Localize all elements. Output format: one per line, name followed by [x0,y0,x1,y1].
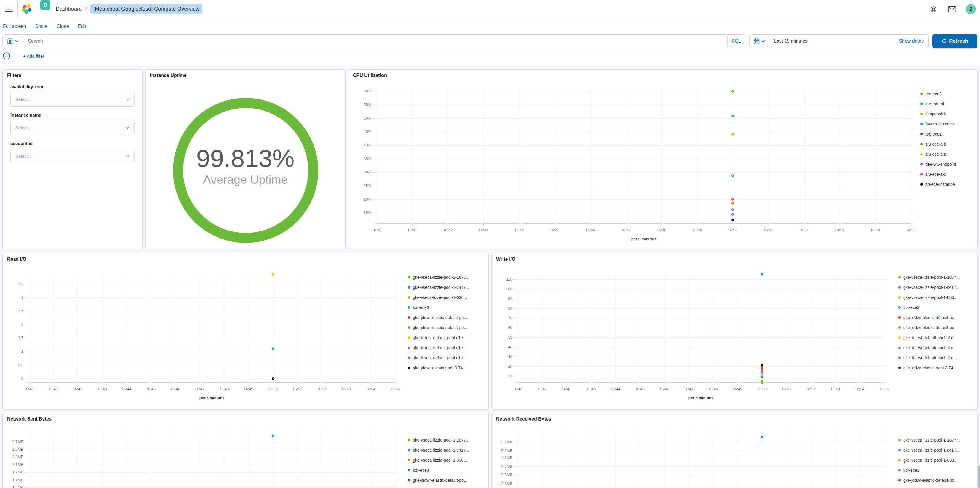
data-point[interactable] [761,380,764,382]
add-filter-button[interactable]: + Add filter [23,54,44,59]
instance-name-select[interactable]: Select... [10,120,135,135]
legend-item[interactable]: gke-jddwr-elastic-default-po... [408,485,469,488]
legend-item[interactable]: gke-jddwr-elastic-default-po... [898,485,960,488]
x-gridline [555,89,555,224]
legend-item[interactable]: joe-mb-ml [920,99,956,109]
data-point[interactable] [761,364,764,367]
legend-item[interactable]: kdr-ece3 [898,303,960,312]
legend-item[interactable]: gke-vseca-lizzie-pool-1-630... [408,455,469,465]
breadcrumb-dashboard-link[interactable]: Dashboard [56,6,82,12]
data-point[interactable] [761,436,764,438]
legend-item[interactable]: gke-vseca-lizzie-pool-1-630... [898,455,960,465]
legend-item[interactable]: tlee-w1-endpoint [920,159,956,169]
x-gridline [78,274,78,383]
data-point[interactable] [272,273,274,276]
legend-item[interactable]: kdr-ece3 [408,303,469,312]
legend-item[interactable]: kdr-ece3 [898,465,960,475]
availability-zone-select[interactable]: Select... [10,92,135,106]
legend-item[interactable]: gke-vseca-lizzie-pool-1-630... [408,292,469,303]
field-label: account id [10,141,135,146]
data-point[interactable] [761,374,764,376]
share-link[interactable]: Share [35,24,48,29]
legend-item[interactable]: favero-instance [920,119,956,129]
legend-item[interactable]: gke-lil-test-default-pool-c1e... [898,343,960,353]
data-point[interactable] [272,377,274,380]
y-axis-label: 2.5 [3,309,24,313]
legend-item[interactable]: gke-vseca-lizzie-pool-1-1877... [408,435,469,445]
legend-item[interactable]: gke-lil-test-default-pool-c1e... [898,353,960,363]
legend-item[interactable]: gke-jddwr-elastic-default-po... [408,475,469,485]
y-gridline [374,186,913,186]
data-point[interactable] [731,90,734,93]
legend-item[interactable]: gke-vseca-lizzie-pool-1-1877... [408,272,469,282]
legend-item[interactable]: gke-jddwr-elastic-pool-3-74... [898,363,960,373]
show-dates-button[interactable]: Show dates [899,35,928,48]
legend-item[interactable]: kdr-ece3 [408,465,469,475]
legend-item[interactable]: gke-vseca-lizzie-pool-1-c417... [408,282,469,292]
account-id-select[interactable]: Select... [10,149,135,163]
x-gridline [322,433,322,488]
data-point[interactable] [761,273,764,276]
legend-item[interactable]: gke-lil-test-default-pool-c1e... [898,333,960,343]
data-point[interactable] [731,219,734,221]
x-gridline [697,89,697,224]
quick-select-button[interactable] [750,35,769,48]
legend-item[interactable]: gke-lil-test-default-pool-c1e... [408,343,469,353]
y-gridline [26,450,398,450]
legend-item[interactable]: gke-jddwr-elastic-default-po... [408,323,469,333]
legend-item[interactable]: siu-ece-a-a [920,149,956,159]
legend-item[interactable]: lil-openshift [920,109,956,119]
legend-item[interactable]: gke-vseca-lizzie-pool-1-c417... [898,445,960,455]
edit-link[interactable]: Edit [78,24,86,29]
legend-item[interactable]: gke-lil-test-default-pool-c1e... [408,333,469,343]
data-point[interactable] [272,435,274,437]
legend-item[interactable]: gke-vseca-lizzie-pool-1-1877... [898,435,960,445]
legend-item[interactable]: gke-vseca-lizzie-pool-1-c417... [898,282,960,292]
page-scrollbar[interactable] [978,465,980,488]
legend-item[interactable]: gke-jddwr-elastic-default-po... [898,312,960,323]
refresh-button[interactable]: Refresh [932,34,977,48]
chart-legend: ted-ece2joe-mb-mllil-openshiftfavero-ins… [920,89,956,189]
data-point[interactable] [761,366,764,369]
data-point[interactable] [731,202,734,204]
legend-item[interactable]: ted-ece2 [920,89,956,99]
legend-label: kdr-ece3 [903,468,919,473]
filter-icon[interactable] [2,52,11,60]
legend-item[interactable]: ted-ece1 [920,129,956,139]
full-screen-link[interactable]: Full screen [3,24,26,29]
time-range-value[interactable]: Last 15 minutes [769,35,808,48]
legend-item[interactable]: gke-jddwr-elastic-default-po... [408,312,469,323]
legend-item[interactable]: gke-jddwr-elastic-pool-3-74... [408,363,469,373]
search-input[interactable] [23,35,727,48]
y-axis-label: 110 [492,277,512,281]
saved-query-button[interactable] [2,34,23,48]
y-tick [372,172,374,173]
newsfeed-button[interactable] [943,0,961,18]
legend-item[interactable]: gke-vseca-lizzie-pool-1-c417... [408,445,469,455]
clone-link[interactable]: Clone [57,24,69,29]
data-point[interactable] [731,174,734,177]
x-axis-label: 16:54 [863,228,887,232]
menu-button[interactable] [0,0,18,18]
legend-swatch [920,183,923,185]
elastic-logo[interactable] [18,0,36,18]
help-button[interactable] [924,0,943,18]
legend-item[interactable]: gke-lil-test-default-pool-c1e... [408,353,469,363]
legend-item[interactable]: gke-vseca-lizzie-pool-1-630... [898,292,960,303]
legend-item[interactable]: siu-ece-a-b [920,139,956,149]
legend-item[interactable]: siu-ece-a-c [920,169,956,179]
x-axis-label: 16:43 [471,228,495,232]
data-point[interactable] [731,208,734,211]
data-point[interactable] [731,213,734,216]
data-point[interactable] [731,114,734,117]
legend-item[interactable]: sri-ece-instance [920,179,956,189]
user-menu[interactable]: 2 [961,0,980,18]
data-point[interactable] [272,347,274,350]
legend-item[interactable]: gke-jddwr-elastic-default-po... [898,475,960,485]
data-point[interactable] [761,371,764,374]
legend-item[interactable]: gke-jddwr-elastic-default-po... [898,323,960,333]
legend-item[interactable]: gke-vseca-lizzie-pool-1-1877... [898,272,960,282]
data-point[interactable] [731,133,734,136]
space-badge[interactable]: D [40,0,50,10]
kql-button[interactable]: KQL [727,35,745,48]
